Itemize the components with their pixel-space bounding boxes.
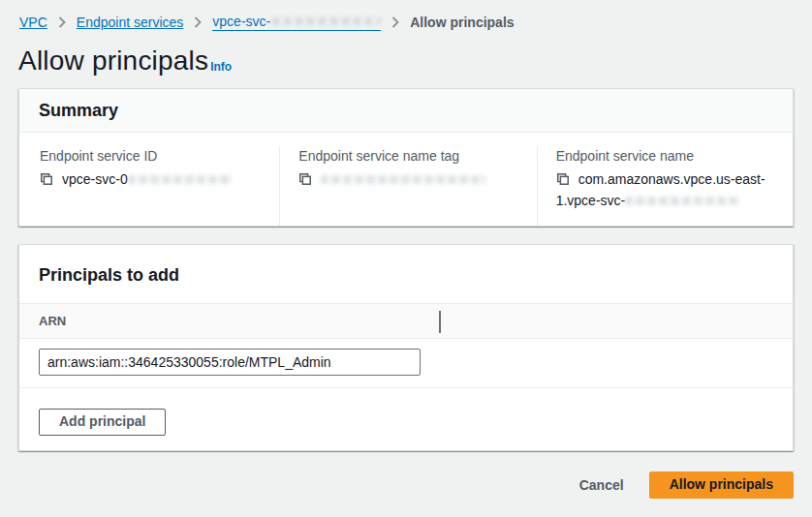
summary-card-header: Summary [19, 89, 793, 133]
breadcrumb-link-endpoint-service-id[interactable]: vpce-svc- [212, 14, 381, 31]
field-value [298, 169, 520, 191]
summary-body: Endpoint service ID vpce-svc-0 Endpoint … [19, 133, 793, 226]
summary-field-endpoint-service-name-tag: Endpoint service name tag [279, 146, 536, 226]
copy-icon[interactable] [298, 171, 312, 191]
arn-input-row [19, 339, 793, 388]
summary-card: Summary Endpoint service ID vpce-svc-0 E… [18, 88, 794, 227]
principals-card-header: Principals to add [19, 245, 793, 303]
summary-field-endpoint-service-id: Endpoint service ID vpce-svc-0 [19, 146, 279, 226]
page-title-row: Allow principals Info [18, 46, 794, 76]
field-label: Endpoint service name tag [298, 146, 520, 166]
breadcrumb-service-id-text: vpce-svc- [212, 14, 270, 29]
info-link[interactable]: Info [210, 60, 232, 74]
breadcrumb: VPC Endpoint services vpce-svc- Allow pr… [19, 14, 793, 31]
summary-title: Summary [39, 100, 773, 121]
chevron-right-icon [194, 16, 202, 28]
footer-actions: Cancel Allow principals [18, 471, 794, 499]
copy-icon[interactable] [40, 171, 53, 191]
principals-title: Principals to add [39, 264, 773, 286]
field-value: com.amazonaws.vpce.us-east-1.vpce-svc- [556, 169, 777, 210]
page-title: Allow principals [18, 46, 208, 76]
chevron-right-icon [391, 16, 399, 28]
redacted-text [272, 17, 381, 25]
copy-icon[interactable] [556, 171, 570, 191]
redacted-text [625, 197, 739, 205]
field-label: Endpoint service ID [40, 146, 264, 166]
principals-to-add-card: Principals to add ARN Add principal [18, 244, 794, 451]
column-divider [439, 311, 441, 333]
summary-field-endpoint-service-name: Endpoint service name com.amazonaws.vpce… [537, 146, 793, 226]
arn-input[interactable] [39, 349, 421, 376]
arn-column-header: ARN [39, 314, 66, 328]
add-principal-row: Add principal [19, 388, 793, 450]
redacted-text [128, 175, 233, 184]
field-value-text: vpce-svc-0 [62, 171, 128, 187]
add-principal-button[interactable]: Add principal [39, 409, 166, 436]
page: VPC Endpoint services vpce-svc- Allow pr… [0, 14, 812, 499]
field-label: Endpoint service name [556, 146, 777, 166]
allow-principals-button[interactable]: Allow principals [649, 471, 794, 499]
field-value: vpce-svc-0 [40, 169, 264, 191]
breadcrumb-current-page: Allow principals [410, 15, 514, 30]
breadcrumb-link-vpc[interactable]: VPC [19, 15, 47, 30]
cancel-button[interactable]: Cancel [579, 477, 624, 493]
chevron-right-icon [58, 16, 66, 28]
arn-column-header-row: ARN [19, 303, 793, 339]
redacted-text [321, 175, 485, 184]
breadcrumb-link-endpoint-services[interactable]: Endpoint services [77, 15, 184, 30]
